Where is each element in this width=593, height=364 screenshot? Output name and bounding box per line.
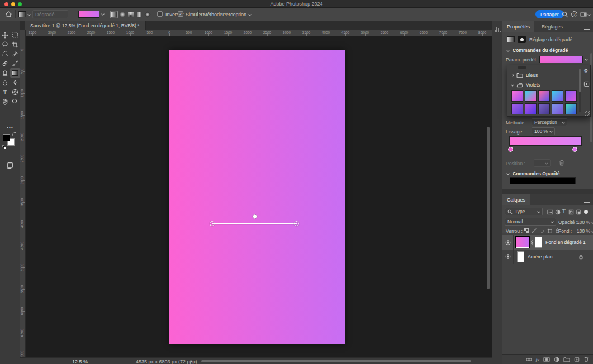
preset-gradient-swatch[interactable] (539, 56, 583, 63)
gradient-stop-right[interactable] (572, 147, 577, 152)
delete-stop-trash-icon[interactable] (558, 159, 565, 166)
gradient-editor-bar[interactable] (509, 136, 582, 146)
popup-scrollbar-thumb[interactable] (579, 69, 581, 92)
layer-name[interactable]: Arrière-plan (528, 254, 552, 260)
document-canvas[interactable] (169, 50, 345, 344)
healing-brush-tool-icon[interactable] (0, 59, 10, 68)
workspace-switcher-icon[interactable] (580, 11, 590, 18)
tool-preset-picker[interactable] (18, 11, 30, 17)
filter-smart-objects-icon[interactable] (576, 209, 581, 215)
lasso-tool-icon[interactable] (0, 40, 10, 49)
gradient-tool-icon[interactable] (10, 68, 20, 78)
angle-gradient-button[interactable] (127, 11, 135, 18)
preset-chevron-icon[interactable] (585, 58, 588, 61)
color-swatches[interactable] (3, 133, 17, 147)
filter-pixel-layers-icon[interactable] (547, 209, 553, 215)
diamond-gradient-button[interactable] (144, 11, 151, 18)
screen-mode-icon[interactable] (6, 162, 13, 169)
pen-tool-icon[interactable] (10, 78, 20, 87)
filter-adjustment-layers-icon[interactable] (555, 209, 561, 215)
gradient-preset-swatch[interactable] (525, 90, 537, 102)
edit-toolbar-icon[interactable]: ••• (0, 125, 20, 130)
opacity-gradient-bar[interactable] (510, 177, 576, 184)
gradient-preset-swatch[interactable] (538, 103, 550, 114)
share-button[interactable]: Partager (535, 10, 564, 18)
histogram-panel-icon[interactable] (494, 26, 501, 33)
layer-row-background[interactable]: Arrière-plan (502, 250, 593, 264)
eyedropper-tool-icon[interactable] (10, 49, 20, 59)
blend-mode-dropdown[interactable]: Normal (505, 218, 556, 226)
type-tool-icon[interactable]: T (0, 87, 10, 97)
tab-reglages[interactable]: Réglages (537, 21, 567, 32)
methode-panel-dropdown[interactable]: Perception (532, 118, 567, 126)
shape-tool-icon[interactable] (10, 87, 20, 97)
lissage-dropdown[interactable]: 100 % (532, 127, 555, 135)
gradient-preset-swatch[interactable] (525, 103, 537, 114)
gradient-preset-name-field[interactable]: Dégradé (32, 10, 68, 18)
search-icon[interactable] (562, 11, 568, 18)
gradient-annotation-line[interactable] (212, 223, 297, 224)
clone-stamp-tool-icon[interactable] (0, 68, 10, 78)
linear-gradient-button[interactable] (110, 11, 118, 18)
marquee-tool-icon[interactable] (10, 30, 20, 40)
layer-visibility-toggle[interactable] (502, 250, 514, 264)
gradient-start-handle[interactable] (210, 221, 215, 226)
opacity-dropdown[interactable]: 100 % (577, 219, 593, 225)
swap-colors-icon[interactable] (12, 132, 17, 137)
panel-menu-icon[interactable] (584, 25, 590, 30)
layer-thumbnail[interactable] (517, 251, 524, 262)
opacity-section-header[interactable]: Commandes Opacité (513, 171, 560, 176)
gradient-section-header[interactable]: Commandes du dégradé (513, 47, 568, 53)
gradient-preset-swatch[interactable] (552, 90, 563, 102)
link-layers-icon[interactable] (526, 357, 532, 362)
document-tab[interactable]: Sans titre-1 @ 12,5% (Fond en dégradé 1,… (25, 21, 146, 30)
layer-mask-thumbnail[interactable] (535, 237, 542, 248)
folder-bleus[interactable]: Bleus (507, 71, 578, 80)
inverser-checkbox[interactable] (157, 11, 163, 17)
filter-toggle-icon[interactable] (584, 210, 588, 214)
opacity-section-collapse-icon[interactable] (506, 172, 510, 175)
folder-expanded-icon[interactable] (511, 83, 514, 87)
folder-collapsed-icon[interactable] (511, 74, 514, 77)
add-mask-icon[interactable] (543, 357, 550, 362)
filter-shape-layers-icon[interactable] (568, 209, 574, 215)
layer-row-gradient[interactable]: Fond en dégradé 1 (502, 235, 593, 250)
crop-tool-icon[interactable] (10, 40, 20, 49)
layer-name[interactable]: Fond en dégradé 1 (545, 240, 586, 245)
section-collapse-icon[interactable] (506, 49, 510, 52)
foreground-color-swatch[interactable] (3, 134, 10, 141)
gradient-preset-swatch[interactable] (511, 103, 523, 114)
new-preset-icon[interactable] (583, 81, 590, 87)
tab-proprietes[interactable]: Propriétés (502, 21, 534, 32)
folder-violets[interactable]: Violets (507, 80, 578, 89)
canvas-pasteboard[interactable] (26, 36, 492, 357)
object-selection-tool-icon[interactable] (0, 49, 10, 59)
gradient-swatch-chevron-icon[interactable] (101, 12, 105, 16)
delete-layer-icon[interactable] (583, 356, 589, 362)
reflected-gradient-button[interactable] (135, 11, 143, 18)
popup-resize-grip[interactable] (585, 111, 590, 116)
brush-tool-icon[interactable] (10, 59, 20, 68)
hand-tool-icon[interactable] (0, 97, 10, 106)
gradient-preset-swatch[interactable] (538, 90, 550, 102)
layer-filter-search[interactable]: Type (505, 208, 543, 215)
methode-dropdown[interactable]: Perception (222, 12, 251, 17)
gradient-preset-swatch[interactable] (552, 103, 563, 114)
move-tool-icon[interactable] (0, 30, 10, 40)
gradient-preset-swatch[interactable] (511, 90, 523, 102)
layer-styles-icon[interactable]: fx (536, 357, 540, 362)
gear-icon[interactable]: ⚙ (583, 68, 589, 74)
gradient-preset-swatch[interactable] (565, 90, 577, 102)
gradient-swatch-button[interactable] (78, 11, 99, 18)
new-group-icon[interactable] (563, 357, 570, 362)
position-dropdown[interactable] (534, 159, 551, 167)
blur-tool-icon[interactable] (0, 78, 10, 87)
layers-panel-menu-icon[interactable] (584, 198, 590, 203)
gradient-end-handle[interactable] (294, 221, 299, 226)
vertical-scrollbar[interactable] (487, 127, 490, 289)
filter-type-layers-icon[interactable]: T (562, 209, 566, 214)
gradient-midpoint-handle[interactable] (253, 214, 257, 219)
home-icon[interactable] (5, 11, 12, 18)
zoom-tool-icon[interactable] (10, 97, 20, 106)
layer-thumbnail[interactable] (516, 237, 529, 248)
